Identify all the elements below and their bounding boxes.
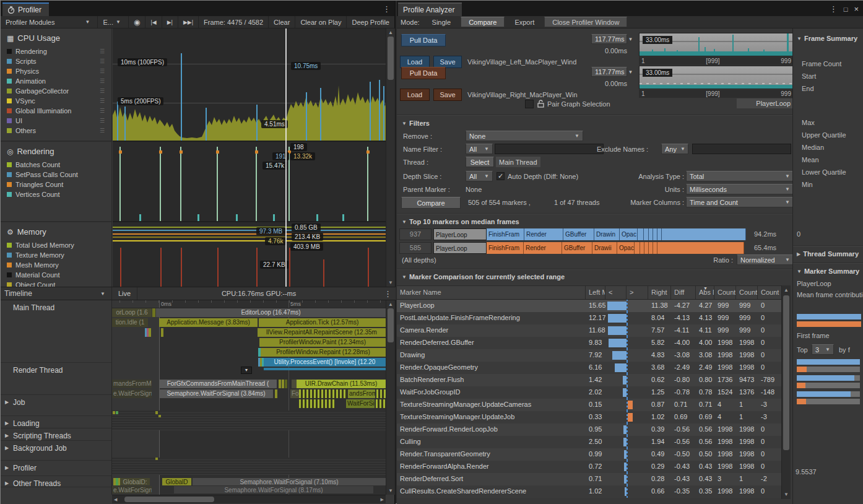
- timeline-span[interactable]: [113, 411, 115, 414]
- fold-arrow-icon[interactable]: ▶: [5, 480, 9, 486]
- marker-histogram[interactable]: [796, 410, 859, 466]
- col-right-bar[interactable]: >: [627, 286, 648, 299]
- timeline-span[interactable]: tion.Idle (1: [112, 318, 148, 327]
- col-abs-diff[interactable]: ▼Abs D: [696, 286, 714, 299]
- timeline-span[interactable]: GlobalD: [162, 478, 191, 485]
- timeline-span[interactable]: Semaphore.WaitForSignal (3.84ms): [159, 389, 273, 398]
- scroll-up-icon[interactable]: ▲: [782, 287, 791, 293]
- drag-handle-icon[interactable]: ☰: [100, 78, 105, 84]
- timeline-scrollbar[interactable]: ▲ ▼: [386, 300, 395, 495]
- legend-item[interactable]: UI ☰: [1, 116, 111, 126]
- marker-segment[interactable]: FinishFram: [487, 228, 524, 240]
- timeline-span[interactable]: ProfilerWindow.Repaint (12.28ms): [261, 348, 386, 357]
- timeline-span[interactable]: llView.RepaintAll.RepaintScene (12.35m: [258, 328, 386, 337]
- memory-header[interactable]: ⚙Memory: [1, 222, 111, 240]
- charts-scroll-thumb[interactable]: [388, 37, 394, 80]
- timeline-span[interactable]: Semaphore.WaitForSignal (8.17ms): [174, 486, 373, 493]
- legend-item[interactable]: Others ☰: [1, 126, 111, 136]
- legend-item[interactable]: SetPass Calls Count: [1, 170, 111, 180]
- scroll-down-icon[interactable]: ▼: [782, 492, 791, 497]
- timeline-menu-icon[interactable]: ⋮: [380, 290, 396, 298]
- compare-button[interactable]: Compare: [401, 197, 461, 209]
- analysis-type-dropdown[interactable]: Total▼: [686, 171, 794, 181]
- timeline-span[interactable]: WaitForSig: [346, 399, 375, 408]
- record-button[interactable]: ◉: [129, 16, 145, 28]
- right-frame-range-slider[interactable]: 1 [999] 999: [639, 90, 794, 98]
- table-row[interactable]: Camera.Render 11.68 7.57 -4.11 4.11 999 …: [397, 324, 782, 337]
- scroll-up-icon[interactable]: ▲: [386, 302, 395, 307]
- frame-histogram[interactable]: [797, 202, 860, 228]
- table-row[interactable]: PlayerLoop 15.65 11.38 -4.27 4.27 999 99…: [397, 300, 782, 312]
- timeline-span[interactable]: [282, 380, 284, 388]
- timeline-span[interactable]: [275, 389, 277, 398]
- table-row[interactable]: RenderDeferred.GBuffer 9.83 5.82 -4.00 4…: [397, 337, 782, 349]
- table-scrollbar[interactable]: ▲ ▼: [781, 285, 791, 499]
- last-frame-button[interactable]: ▶▶|: [178, 16, 199, 28]
- scroll-down-icon[interactable]: ▼: [386, 488, 395, 493]
- legend-item[interactable]: Physics ☰: [1, 66, 111, 76]
- table-row[interactable]: Culling 2.50 1.94 -0.56 0.56 1998 1998 0: [397, 436, 782, 448]
- legend-item[interactable]: Global Illumination ☰: [1, 106, 111, 116]
- save-left-button[interactable]: Save: [433, 56, 462, 68]
- timeline-span[interactable]: [285, 380, 287, 388]
- pull-data-left-button[interactable]: Pull Data: [401, 34, 446, 46]
- scroll-right-icon[interactable]: ▶: [381, 497, 384, 502]
- legend-item[interactable]: GarbageCollector ☰: [1, 86, 111, 96]
- fold-arrow-icon[interactable]: ▶: [5, 399, 9, 405]
- timeline-span[interactable]: mandsFromMa: [112, 380, 152, 388]
- marker-segment[interactable]: [653, 228, 657, 240]
- timeline-span[interactable]: UIR.DrawChain (11.53ms): [297, 380, 386, 388]
- timeline-span[interactable]: andsFrom: [348, 389, 375, 398]
- selected-marker-chip[interactable]: PlayerLoop: [737, 98, 794, 108]
- save-right-button[interactable]: Save: [433, 89, 462, 101]
- live-button[interactable]: Live: [112, 287, 137, 300]
- col-marker-name[interactable]: Marker Name: [397, 286, 586, 299]
- clear-button[interactable]: Clear: [269, 16, 295, 28]
- col-count-left[interactable]: Count: [714, 286, 736, 299]
- timeline-span[interactable]: [155, 411, 158, 414]
- analyzer-menu-icon[interactable]: ⋮: [830, 5, 838, 13]
- table-row[interactable]: CullResults.CreateSharedRendererScene 1.…: [397, 485, 782, 498]
- pull-data-right-button[interactable]: Pull Data: [401, 67, 446, 79]
- table-row[interactable]: BatchRenderer.Flush 1.42 0.62 -0.80 0.80…: [397, 374, 782, 386]
- drag-handle-icon[interactable]: ☰: [100, 58, 105, 64]
- scroll-up-icon[interactable]: ▲: [386, 30, 395, 35]
- legend-item[interactable]: Rendering ☰: [1, 46, 111, 56]
- marker-segment[interactable]: Render: [524, 242, 562, 254]
- marker-segment[interactable]: [653, 242, 657, 254]
- timeline-span[interactable]: [292, 380, 297, 388]
- name-filter-dropdown[interactable]: All▼: [466, 144, 493, 154]
- timeline-span[interactable]: [158, 415, 161, 417]
- memory-chart[interactable]: 0.85 GB 97.3 MB 213.4 KB 4.76k 403.9 MB …: [113, 222, 386, 287]
- timeline-span[interactable]: ForGfxCommandsFromMainThread (: [159, 380, 277, 388]
- remove-dropdown[interactable]: None▼: [466, 131, 583, 141]
- col-count-right[interactable]: Count: [736, 286, 758, 299]
- marker-segment[interactable]: Opac: [620, 228, 638, 240]
- thread-row-label[interactable]: ▶ Job: [1, 395, 111, 416]
- marker-segment[interactable]: [638, 228, 644, 240]
- editor-target-dropdown[interactable]: E...▼: [98, 16, 128, 28]
- timeline-view-dropdown[interactable]: Timeline▼: [1, 287, 112, 300]
- deep-profile-button[interactable]: Deep Profile: [347, 16, 394, 28]
- col-left-bar[interactable]: <: [605, 286, 627, 299]
- table-scroll-thumb[interactable]: [783, 295, 789, 450]
- fold-arrow-icon[interactable]: ▶: [5, 420, 9, 426]
- timeline-span[interactable]: ProfilerWindow.Paint (12.34ms): [259, 338, 386, 347]
- legend-item[interactable]: Texture Memory: [1, 250, 111, 260]
- chart-playhead[interactable]: [285, 28, 287, 287]
- timeline-span[interactable]: [299, 389, 347, 398]
- drag-handle-icon[interactable]: ☰: [100, 48, 105, 54]
- frame-summary-header[interactable]: ▼Frame Summary: [797, 35, 857, 42]
- timeline-span[interactable]: [376, 399, 386, 408]
- collapse-markers-button[interactable]: ▼: [241, 367, 252, 374]
- legend-item[interactable]: Batches Count: [1, 160, 111, 170]
- timeline-span[interactable]: [152, 308, 155, 317]
- close-icon[interactable]: ×: [854, 4, 859, 14]
- right-max-dropdown[interactable]: 117.77ms▼: [591, 67, 627, 77]
- exclude-names-input[interactable]: [692, 144, 791, 154]
- timeline-span[interactable]: [112, 458, 386, 475]
- timeline-span[interactable]: Semaphore.WaitForSignal (7.10ms): [193, 478, 386, 485]
- charts-scrollbar[interactable]: ▲ ▼: [386, 28, 395, 287]
- timeline-span[interactable]: [116, 411, 118, 414]
- drag-handle-icon[interactable]: ☰: [100, 128, 105, 134]
